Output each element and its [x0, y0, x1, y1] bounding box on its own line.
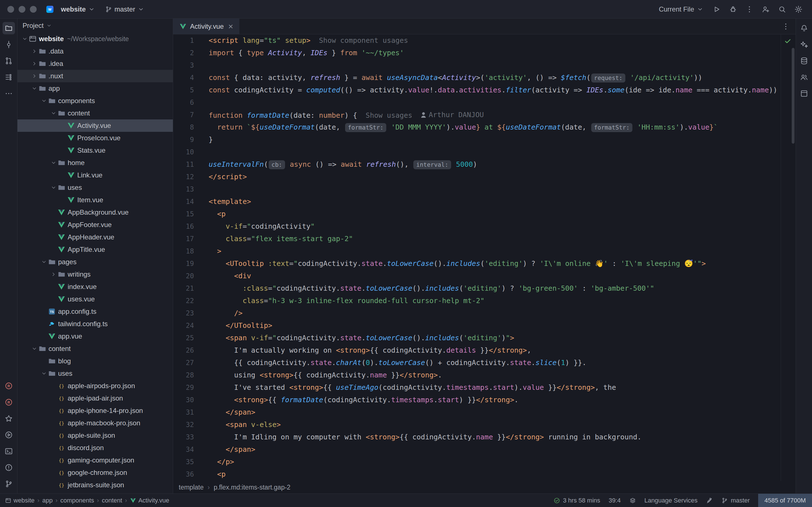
- tree-item-apple-suite.json[interactable]: {}apple-suite.json: [17, 429, 173, 442]
- code-line[interactable]: <strong>{{ formatDate(codingActivity.tim…: [209, 394, 796, 406]
- tree-item-gaming-computer.json[interactable]: {}gaming-computer.json: [17, 454, 173, 466]
- tree-item-uses.vue[interactable]: uses.vue: [17, 293, 173, 305]
- line-number[interactable]: 20: [173, 270, 202, 282]
- tree-item-app.vue[interactable]: app.vue: [17, 330, 173, 342]
- tab-activity-vue[interactable]: Activity.vue ×: [173, 18, 239, 34]
- line-number[interactable]: 21: [173, 282, 202, 295]
- debug-button[interactable]: [727, 3, 739, 15]
- line-number[interactable]: 28: [173, 369, 202, 381]
- tree-item-app[interactable]: app: [17, 82, 173, 95]
- code-with-me-button[interactable]: [760, 3, 772, 15]
- tree-item-apple-ipad-air.json[interactable]: {}apple-ipad-air.json: [17, 392, 173, 404]
- code-line[interactable]: class="h-3 w-3 inline-flex rounded-full …: [209, 295, 796, 307]
- code-line[interactable]: function formatDate(date: number) {Show …: [209, 109, 796, 121]
- code-line[interactable]: class="flex items-start gap-2": [209, 233, 796, 245]
- line-number[interactable]: 3: [173, 59, 202, 71]
- scrollbar-thumb[interactable]: [792, 48, 795, 144]
- line-number[interactable]: 15: [173, 208, 202, 220]
- structure-tool-button[interactable]: [3, 71, 15, 83]
- line-number[interactable]: 34: [173, 443, 202, 456]
- git-tool-button[interactable]: [3, 478, 15, 490]
- tree-item-appfooter.vue[interactable]: AppFooter.vue: [17, 219, 173, 231]
- close-tab-icon[interactable]: ×: [229, 22, 234, 31]
- code-line[interactable]: </span>: [209, 406, 796, 418]
- code-line[interactable]: <UTooltip :text="codingActivity.state.to…: [209, 258, 796, 270]
- line-number[interactable]: 33: [173, 431, 202, 443]
- tree-item-blog[interactable]: blog: [17, 355, 173, 367]
- memory-indicator[interactable]: 4585 of 7700M: [758, 494, 812, 507]
- database-tool-button[interactable]: [798, 55, 810, 67]
- line-number[interactable]: 6: [173, 96, 202, 109]
- code-line[interactable]: </script>: [209, 171, 796, 183]
- breadcrumb-item[interactable]: template: [179, 484, 204, 491]
- tree-item-item.vue[interactable]: Item.vue: [17, 194, 173, 206]
- close-window-button[interactable]: [7, 6, 14, 13]
- code-line[interactable]: <template>: [209, 195, 796, 208]
- bookmarks-tool-button[interactable]: [3, 412, 15, 425]
- line-number[interactable]: 27: [173, 356, 202, 369]
- status-path-activity.vue[interactable]: Activity.vue: [130, 497, 169, 504]
- line-number[interactable]: 23: [173, 307, 202, 320]
- code-line[interactable]: [209, 59, 796, 71]
- tree-item-link.vue[interactable]: Link.vue: [17, 169, 173, 181]
- plugin-r-button-1[interactable]: R: [3, 380, 15, 392]
- code-line[interactable]: [209, 183, 796, 195]
- line-number[interactable]: 9: [173, 133, 202, 146]
- status-path-components[interactable]: components: [60, 497, 94, 504]
- settings-button[interactable]: [792, 3, 805, 15]
- run-button[interactable]: [711, 3, 723, 15]
- code-line[interactable]: I'm actually working on <strong>{{ codin…: [209, 344, 796, 356]
- code-line[interactable]: v-if="codingActivity": [209, 220, 796, 233]
- tree-item-tailwind.config.ts[interactable]: tailwind.config.ts: [17, 318, 173, 330]
- line-number[interactable]: 35: [173, 456, 202, 468]
- tree-item-content[interactable]: content: [17, 107, 173, 119]
- line-number[interactable]: 30: [173, 394, 202, 406]
- code-line[interactable]: using <strong>{{ codingActivity.name }}<…: [209, 369, 796, 381]
- code-line[interactable]: return `${useDateFormat(date, formatStr:…: [209, 121, 796, 133]
- pull-requests-tool-button[interactable]: [3, 55, 15, 67]
- code-line[interactable]: <p: [209, 208, 796, 220]
- tree-item-home[interactable]: home: [17, 157, 173, 169]
- line-number[interactable]: 13: [173, 183, 202, 195]
- code-line[interactable]: />: [209, 307, 796, 320]
- tree-item-google-chrome.json[interactable]: {}google-chrome.json: [17, 466, 173, 479]
- git-branch-widget[interactable]: master: [721, 497, 750, 504]
- tree-item-discord.json[interactable]: {}discord.json: [17, 442, 173, 454]
- ai-assistant-button[interactable]: [798, 38, 810, 51]
- services-status-widget[interactable]: [629, 497, 636, 504]
- tree-item-proseicon.vue[interactable]: ProseIcon.vue: [17, 132, 173, 144]
- terminal-tool-button[interactable]: [3, 445, 15, 457]
- commit-tool-button[interactable]: [3, 38, 15, 51]
- project-selector[interactable]: website: [58, 3, 98, 15]
- zoom-window-button[interactable]: [30, 6, 37, 13]
- tree-item-writings[interactable]: writings: [17, 268, 173, 281]
- status-path-content[interactable]: content: [102, 497, 122, 504]
- tree-item-appheader.vue[interactable]: AppHeader.vue: [17, 231, 173, 243]
- time-tracker-widget[interactable]: 3 hrs 58 mins: [553, 497, 600, 504]
- breadcrumb-item[interactable]: p.flex.md:items-start.gap-2: [214, 484, 290, 491]
- tree-item-.nuxt[interactable]: .nuxt: [17, 70, 173, 82]
- line-number[interactable]: 32: [173, 418, 202, 431]
- line-number[interactable]: 17: [173, 233, 202, 245]
- language-services-widget[interactable]: Language Services: [645, 497, 698, 504]
- editor-scrollbar[interactable]: [792, 48, 795, 481]
- code-line[interactable]: I've started <strong>{{ useTimeAgo(codin…: [209, 381, 796, 394]
- line-number[interactable]: 12: [173, 171, 202, 183]
- code-line[interactable]: [209, 96, 796, 109]
- line-number[interactable]: 24: [173, 320, 202, 332]
- tree-item-.data[interactable]: .data: [17, 45, 173, 57]
- tree-item-apple-airpods-pro.json[interactable]: {}apple-airpods-pro.json: [17, 380, 173, 392]
- tree-item-components[interactable]: components: [17, 95, 173, 107]
- code-line[interactable]: <span v-else>: [209, 418, 796, 431]
- line-number[interactable]: 4: [173, 71, 202, 84]
- code-line[interactable]: [209, 146, 796, 158]
- line-number[interactable]: 31: [173, 406, 202, 418]
- inspections-ok-icon[interactable]: [784, 37, 792, 45]
- collaboration-button[interactable]: [798, 71, 810, 83]
- project-panel-header[interactable]: Project: [17, 18, 173, 33]
- line-number[interactable]: 36: [173, 468, 202, 481]
- tree-item-jetbrains-suite.json[interactable]: {}jetbrains-suite.json: [17, 479, 173, 491]
- code-line[interactable]: {{ codingActivity.state.charAt(0).toLowe…: [209, 356, 796, 369]
- code-line[interactable]: import { type Activity, IDEs } from '~~/…: [209, 47, 796, 59]
- code-line[interactable]: </p>: [209, 456, 796, 468]
